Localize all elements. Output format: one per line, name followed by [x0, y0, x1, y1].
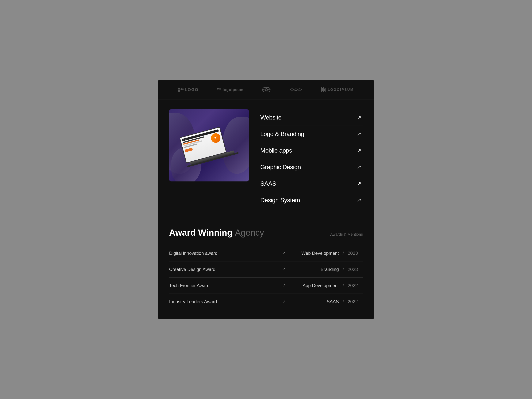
awards-title-bold: Award Winning: [169, 228, 233, 238]
menu-label-logo-branding: Logo & Branding: [260, 131, 304, 138]
awards-title-agency: Agency: [235, 228, 264, 238]
award-row-3: Tech Frontier Award ↗ App Development / …: [169, 278, 363, 294]
menu-item-graphic-design[interactable]: Graphic Design ↗: [260, 159, 363, 175]
award-name-1: Digital innovation award: [169, 251, 282, 256]
menu-arrow-design-system: ↗: [355, 196, 363, 204]
logo-item-4: [289, 87, 303, 92]
award-divider-2: /: [342, 267, 344, 272]
logo-2-text: logoipsum: [222, 88, 243, 92]
award-name-2: Creative Design Award: [169, 267, 282, 272]
award-link-icon-4[interactable]: ↗: [282, 299, 285, 304]
menu-item-website[interactable]: Website ↗: [260, 109, 363, 126]
award-year-2: 2023: [348, 267, 363, 272]
award-row-4: Industry Leaders Award ↗ SAAS / 2022: [169, 294, 363, 310]
award-divider-3: /: [342, 283, 344, 288]
menu-item-mobile-apps[interactable]: Mobile apps ↗: [260, 142, 363, 159]
menu-arrow-mobile-apps: ↗: [355, 146, 363, 154]
menu-arrow-graphic-design: ↗: [355, 163, 363, 171]
menu-label-design-system: Design System: [260, 197, 300, 204]
logo-item-5: LOGOIPSUM: [321, 87, 354, 92]
award-category-4: SAAS: [301, 299, 339, 304]
menu-list: Website ↗ Logo & Branding ↗ Mobile apps …: [260, 109, 363, 208]
menu-label-mobile-apps: Mobile apps: [260, 147, 292, 154]
menu-item-design-system[interactable]: Design System ↗: [260, 192, 363, 208]
svg-rect-1: [178, 90, 180, 92]
award-category-2: Branding: [301, 267, 339, 272]
award-year-4: 2022: [348, 299, 363, 304]
svg-rect-0: [178, 88, 180, 89]
logo-5-text: LOGOIPSUM: [328, 88, 354, 92]
awards-section: Award Winning Agency Awards & Mentions D…: [158, 218, 374, 319]
award-name-4: Industry Leaders Award: [169, 299, 282, 304]
awards-title: Award Winning Agency: [169, 228, 264, 238]
svg-rect-12: [325, 88, 326, 92]
menu-item-saas[interactable]: SAAS ↗: [260, 175, 363, 192]
award-category-1: Web Development: [301, 251, 339, 256]
portfolio-image: T: [169, 109, 249, 181]
menu-item-logo-branding[interactable]: Logo & Branding ↗: [260, 126, 363, 142]
menu-arrow-website: ↗: [355, 114, 363, 121]
award-link-icon-1[interactable]: ↗: [282, 251, 285, 256]
award-divider-1: /: [342, 251, 344, 256]
screen-coin: T: [210, 132, 222, 144]
logo-item-2: logoipsum: [217, 88, 243, 92]
main-container: LOGO logoipsum: [158, 80, 374, 319]
menu-label-website: Website: [260, 114, 282, 121]
svg-rect-2: [180, 88, 182, 90]
award-category-3: App Development: [301, 283, 339, 288]
awards-mentions-label: Awards & Mentions: [330, 232, 363, 237]
award-row-1: Digital innovation award ↗ Web Developme…: [169, 245, 363, 261]
svg-rect-10: [323, 87, 324, 92]
logo-bar: LOGO logoipsum: [158, 80, 374, 100]
award-row-2: Creative Design Award ↗ Branding / 2023: [169, 261, 363, 278]
menu-arrow-logo-branding: ↗: [355, 130, 363, 138]
award-link-icon-3[interactable]: ↗: [282, 283, 285, 288]
svg-point-5: [265, 89, 267, 91]
svg-rect-8: [321, 87, 322, 92]
svg-rect-9: [322, 88, 323, 91]
menu-label-graphic-design: Graphic Design: [260, 164, 301, 171]
logo-item-3: [262, 87, 271, 93]
svg-rect-3: [182, 88, 184, 90]
award-link-icon-2[interactable]: ↗: [282, 267, 285, 272]
menu-label-saas: SAAS: [260, 180, 276, 187]
award-year-1: 2023: [348, 251, 363, 256]
awards-header: Award Winning Agency Awards & Mentions: [169, 228, 363, 238]
awards-list: Digital innovation award ↗ Web Developme…: [169, 245, 363, 310]
award-name-3: Tech Frontier Award: [169, 283, 282, 288]
award-year-3: 2022: [348, 283, 363, 288]
award-divider-4: /: [342, 299, 344, 304]
svg-rect-11: [324, 89, 325, 91]
logo-item-1: LOGO: [178, 87, 199, 92]
logo-1-text: LOGO: [185, 87, 199, 92]
menu-arrow-saas: ↗: [355, 180, 363, 188]
portfolio-section: T Website ↗ Logo & Branding ↗ Mobile app…: [158, 100, 374, 218]
